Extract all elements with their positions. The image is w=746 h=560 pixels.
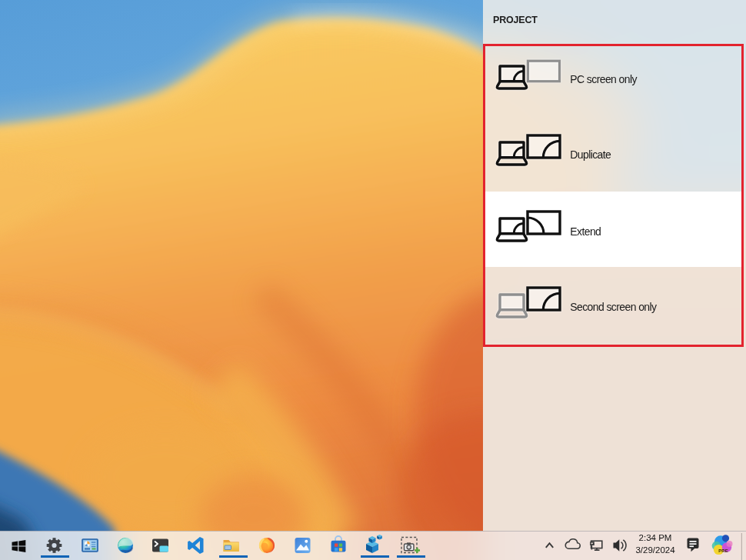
svg-text:PRE: PRE xyxy=(718,548,728,553)
